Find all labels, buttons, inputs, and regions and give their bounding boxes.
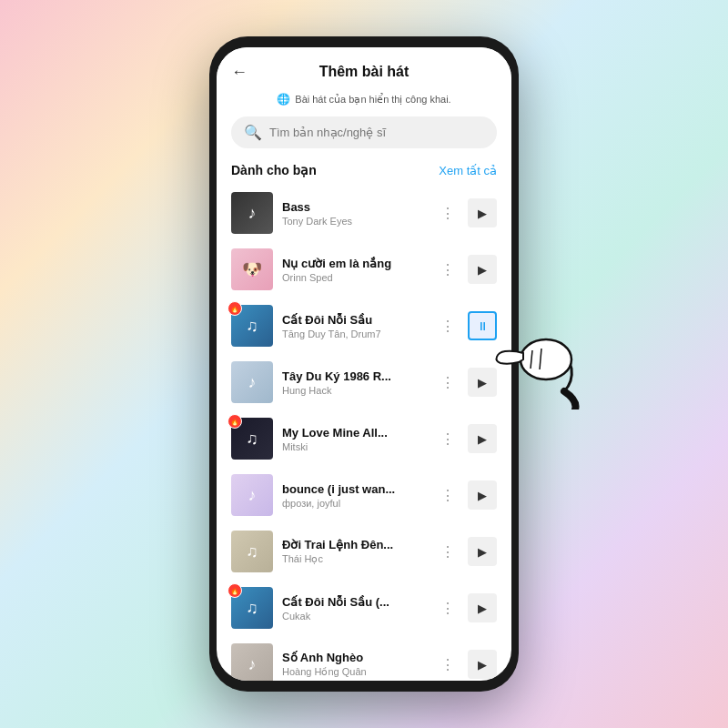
- play-button[interactable]: ▶: [468, 650, 497, 679]
- song-title: Tây Du Ký 1986 R...: [282, 369, 426, 383]
- song-info: Đời Trai Lệnh Đên...Thái Học: [282, 538, 426, 565]
- more-options-button[interactable]: ⋮: [435, 652, 460, 677]
- globe-icon: 🌐: [277, 93, 290, 106]
- song-info: BassTony Dark Eyes: [282, 200, 426, 227]
- play-button[interactable]: ▶: [468, 593, 497, 622]
- list-item: ♫🔥My Love Mine All...Mitski⋮▶: [217, 410, 511, 467]
- more-options-button[interactable]: ⋮: [435, 369, 460, 395]
- header: ← Thêm bài hát: [217, 47, 511, 89]
- song-info: Tây Du Ký 1986 R...Hung Hack: [282, 369, 426, 396]
- search-input[interactable]: [269, 126, 484, 139]
- song-thumb-wrapper: ♪: [231, 474, 273, 516]
- more-options-button[interactable]: ⋮: [435, 257, 460, 282]
- song-info: Nụ cười em là nắngOrinn Sped: [282, 257, 426, 283]
- song-actions: ⋮▶: [435, 537, 497, 566]
- more-options-button[interactable]: ⋮: [435, 426, 460, 451]
- song-artist: Orinn Sped: [282, 272, 426, 283]
- section-title: Dành cho bạn: [231, 163, 317, 177]
- song-artist: Hung Hack: [282, 385, 426, 396]
- song-thumb-wrapper: 🐶: [231, 248, 273, 290]
- song-info: Cất Đôi Nỗi SầuTăng Duy Tân, Drum7: [282, 313, 426, 339]
- song-thumb-wrapper: ♪: [231, 643, 273, 681]
- more-options-button[interactable]: ⋮: [435, 313, 460, 339]
- play-button[interactable]: ▶: [468, 480, 497, 510]
- more-options-button[interactable]: ⋮: [435, 539, 460, 564]
- song-thumbnail: ♫: [231, 531, 273, 572]
- song-actions: ⋮▶: [435, 593, 497, 622]
- list-item: ♪Số Anh NghèoHoàng Hồng Quân⋮▶: [217, 636, 511, 681]
- song-title: Cất Đôi Nỗi Sầu: [282, 313, 426, 327]
- list-item: ♫Đời Trai Lệnh Đên...Thái Học⋮▶: [217, 523, 511, 580]
- song-info: Cất Đôi Nỗi Sầu (...Cukak: [282, 595, 426, 622]
- song-thumbnail: ♪: [231, 474, 273, 516]
- song-thumb-wrapper: ♫🔥: [231, 305, 273, 347]
- song-list: ♪BassTony Dark Eyes⋮▶🐶Nụ cười em là nắng…: [217, 185, 511, 681]
- list-item: 🐶Nụ cười em là nắngOrinn Sped⋮▶: [217, 241, 511, 298]
- song-info: Số Anh NghèoHoàng Hồng Quân: [282, 651, 426, 678]
- song-artist: Hoàng Hồng Quân: [282, 666, 426, 678]
- song-actions: ⋮▶: [435, 424, 497, 453]
- list-item: ♪Tây Du Ký 1986 R...Hung Hack⋮▶: [217, 354, 511, 410]
- search-icon: 🔍: [244, 124, 262, 141]
- more-options-button[interactable]: ⋮: [435, 482, 460, 508]
- back-button[interactable]: ←: [231, 63, 248, 82]
- page-title: Thêm bài hát: [319, 64, 410, 80]
- song-thumbnail: ♪: [231, 192, 273, 234]
- song-artist: Thái Học: [282, 553, 426, 565]
- cartoon-hand: [473, 318, 582, 410]
- svg-point-0: [521, 339, 571, 379]
- song-actions: ⋮▶: [435, 255, 497, 284]
- more-options-button[interactable]: ⋮: [435, 200, 460, 226]
- list-item: ♪BassTony Dark Eyes⋮▶: [217, 185, 511, 241]
- song-info: My Love Mine All...Mitski: [282, 426, 426, 452]
- song-info: bounce (i just wan...фрози, joyful: [282, 482, 426, 509]
- public-notice: 🌐 Bài hát của bạn hiển thị công khai.: [217, 89, 511, 113]
- search-bar[interactable]: 🔍: [231, 116, 497, 148]
- play-button[interactable]: ▶: [468, 537, 497, 566]
- more-options-button[interactable]: ⋮: [435, 595, 460, 621]
- song-thumbnail: ♪: [231, 643, 273, 681]
- song-artist: Tony Dark Eyes: [282, 216, 426, 227]
- song-title: My Love Mine All...: [282, 426, 426, 440]
- song-thumbnail: 🐶: [231, 248, 273, 290]
- song-thumb-wrapper: ♪: [231, 192, 273, 234]
- song-artist: Cukak: [282, 611, 426, 622]
- song-thumbnail: ♪: [231, 361, 273, 403]
- song-title: bounce (i just wan...: [282, 482, 426, 496]
- song-thumb-wrapper: ♫: [231, 531, 273, 572]
- song-actions: ⋮▶: [435, 480, 497, 510]
- song-actions: ⋮▶: [435, 198, 497, 228]
- song-title: Cất Đôi Nỗi Sầu (...: [282, 595, 426, 609]
- phone-wrapper: ← Thêm bài hát 🌐 Bài hát của bạn hiển th…: [209, 36, 519, 692]
- play-button[interactable]: ▶: [468, 255, 497, 284]
- trending-badge: 🔥: [228, 414, 242, 429]
- song-actions: ⋮▶: [435, 650, 497, 679]
- song-title: Đời Trai Lệnh Đên...: [282, 538, 426, 551]
- play-button[interactable]: ▶: [468, 198, 497, 228]
- song-artist: Tăng Duy Tân, Drum7: [282, 329, 426, 339]
- song-thumb-wrapper: ♫🔥: [231, 418, 273, 460]
- song-title: Bass: [282, 200, 426, 214]
- list-item: ♪bounce (i just wan...фрози, joyful⋮▶: [217, 467, 511, 523]
- song-artist: Mitski: [282, 441, 426, 452]
- notice-text: Bài hát của bạn hiển thị công khai.: [295, 94, 450, 106]
- trending-badge: 🔥: [228, 583, 242, 598]
- list-item: ♫🔥Cất Đôi Nỗi SầuTăng Duy Tân, Drum7⋮⏸: [217, 298, 511, 354]
- see-all-link[interactable]: Xem tất cả: [439, 164, 497, 177]
- phone-screen: ← Thêm bài hát 🌐 Bài hát của bạn hiển th…: [217, 47, 511, 681]
- list-item: ♫🔥Cất Đôi Nỗi Sầu (...Cukak⋮▶: [217, 580, 511, 636]
- play-button[interactable]: ▶: [468, 424, 497, 453]
- song-artist: фрози, joyful: [282, 498, 426, 509]
- song-title: Số Anh Nghèo: [282, 651, 426, 664]
- section-header: Dành cho bạn Xem tất cả: [217, 159, 511, 185]
- song-title: Nụ cười em là nắng: [282, 257, 426, 270]
- song-thumb-wrapper: ♪: [231, 361, 273, 403]
- song-thumb-wrapper: ♫🔥: [231, 587, 273, 629]
- trending-badge: 🔥: [228, 301, 242, 316]
